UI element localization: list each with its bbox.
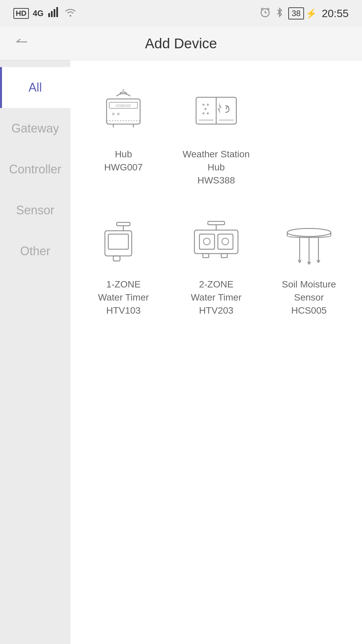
svg-rect-2 (54, 9, 55, 17)
svg-point-31 (203, 238, 210, 245)
svg-point-17 (204, 108, 206, 110)
device-soil-moisture-hcs005[interactable]: Soil MoistureSensorHCS005 (266, 204, 352, 324)
device-weather-station-hws388[interactable]: Weather StationHubHWS388 (173, 74, 259, 194)
status-right: 38 ⚡ 20:55 (259, 6, 349, 21)
soil-moisture-hcs005-label: Soil MoistureSensorHCS005 (282, 278, 336, 317)
2zone-htv203-label: 2-ZONEWater TimerHTV203 (191, 278, 241, 317)
svg-rect-3 (56, 7, 58, 17)
device-1zone-htv103[interactable]: 1-ZONEWater TimerHTV103 (80, 204, 167, 324)
soil-moisture-icon (279, 211, 339, 271)
2zone-timer-icon (186, 211, 246, 271)
svg-rect-5 (107, 99, 140, 124)
battery-level: 38 (288, 7, 304, 19)
hd-badge: HD (13, 8, 29, 19)
svg-rect-22 (117, 222, 130, 226)
back-button[interactable] (13, 36, 30, 51)
sidebar-item-other[interactable]: Other (0, 231, 70, 272)
device-grid: HOMGAR HubHWG007 (80, 74, 352, 324)
svg-point-15 (202, 104, 204, 106)
1zone-htv103-label: 1-ZONEWater TimerHTV103 (98, 278, 149, 317)
empty-cell-1 (266, 74, 352, 194)
svg-rect-27 (208, 221, 225, 225)
weather-station-hws388-label: Weather StationHubHWS388 (183, 148, 250, 187)
svg-rect-30 (199, 234, 215, 249)
sidebar: All Gateway Controller Sensor Other (0, 60, 70, 644)
svg-rect-29 (194, 230, 238, 254)
svg-point-8 (112, 113, 115, 115)
svg-point-16 (207, 104, 209, 106)
content-area: HOMGAR HubHWG007 (70, 60, 362, 644)
svg-point-9 (117, 113, 120, 115)
svg-rect-32 (218, 234, 233, 249)
time-display: 20:55 (322, 7, 349, 20)
svg-point-18 (202, 112, 204, 114)
sidebar-item-all[interactable]: All (0, 67, 70, 108)
device-2zone-htv203[interactable]: 2-ZONEWater TimerHTV203 (173, 204, 259, 324)
svg-point-19 (207, 112, 209, 114)
battery-indicator: 38 ⚡ (288, 7, 317, 19)
sidebar-item-controller[interactable]: Controller (0, 149, 70, 190)
alarm-icon (259, 7, 271, 20)
svg-point-33 (222, 238, 229, 245)
wifi-icon (64, 6, 77, 21)
sidebar-item-sensor[interactable]: Sensor (0, 190, 70, 231)
hub-hwg007-label: HubHWG007 (104, 148, 143, 174)
sidebar-item-gateway[interactable]: Gateway (0, 108, 70, 149)
charging-icon: ⚡ (305, 8, 317, 19)
weather-station-icon (186, 80, 246, 141)
svg-rect-25 (108, 234, 128, 249)
svg-text:HOMGAR: HOMGAR (116, 104, 131, 108)
device-hub-hwg007[interactable]: HOMGAR HubHWG007 (80, 74, 167, 194)
header: Add Device (0, 27, 362, 60)
status-bar: HD 4G (0, 0, 362, 27)
page-title: Add Device (145, 36, 217, 52)
svg-point-36 (287, 228, 331, 236)
signal-icon (48, 6, 60, 21)
bluetooth-icon (276, 6, 284, 21)
svg-rect-1 (51, 11, 53, 17)
hub-icon: HOMGAR (93, 80, 154, 141)
svg-rect-35 (221, 254, 227, 258)
status-left: HD 4G (13, 6, 77, 21)
1zone-timer-icon (93, 211, 154, 271)
main-layout: All Gateway Controller Sensor Other (0, 60, 362, 644)
svg-rect-0 (48, 13, 50, 17)
svg-rect-34 (203, 254, 209, 258)
svg-rect-26 (113, 256, 120, 261)
network-badge: 4G (33, 9, 44, 18)
